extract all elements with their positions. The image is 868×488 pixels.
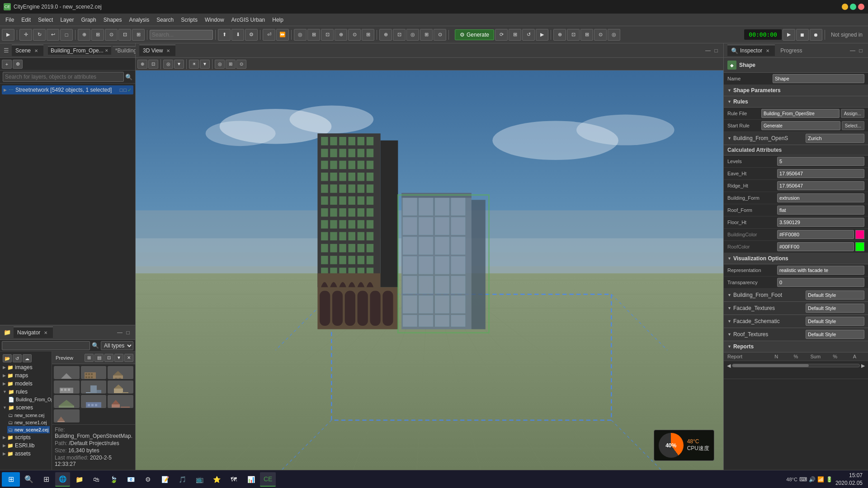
roof-textures-section[interactable]: ▼ Roof_Textures Default Style <box>724 328 868 341</box>
taskbar-apps-btn1[interactable]: 🍃 <box>105 472 122 487</box>
taskbar-apps-btn2[interactable]: 📧 <box>123 472 139 487</box>
preview-item-vancouver[interactable]: Vancouver <box>108 380 133 394</box>
view-nav-btn3[interactable]: ⊙ <box>236 60 246 69</box>
toolbar-gen-btn5[interactable]: ▶ <box>536 29 548 41</box>
building-foot-dropdown[interactable]: Default Style <box>806 291 864 300</box>
view-maximize-btn[interactable]: □ <box>712 47 720 54</box>
inspector-maximize-btn[interactable]: □ <box>857 47 864 54</box>
nav-type-filter[interactable]: All types <box>101 341 133 350</box>
close-btn[interactable] <box>858 4 864 10</box>
inspector-minimize-btn[interactable]: — <box>849 47 856 54</box>
preview-item-zurich[interactable]: Zurich <box>54 395 80 408</box>
preview-close-btn[interactable]: ✕ <box>124 354 133 362</box>
preview-item-default[interactable]: Default <box>54 366 80 379</box>
toolbar-extra-btn3[interactable]: ⊞ <box>580 29 593 41</box>
facade-schematic-dropdown[interactable]: Default Style <box>806 317 864 326</box>
reports-scroll-left[interactable]: ◀ <box>726 362 732 369</box>
select-button[interactable]: Select... <box>842 121 864 130</box>
view-nav-btn1[interactable]: ◎ <box>215 60 225 69</box>
building-foot-section[interactable]: ▼ Building_From_Foot Default Style <box>724 289 868 302</box>
view-cam-btn2[interactable]: ⊡ <box>148 60 158 69</box>
roof-color-input[interactable] <box>777 242 854 251</box>
toolbar-redo-btn[interactable]: □ <box>60 29 73 41</box>
building-tab-1-close[interactable]: ✕ <box>105 48 108 53</box>
taskbar-apps-btn7[interactable]: ⭐ <box>208 472 225 487</box>
progress-tab[interactable]: Progress <box>777 46 806 56</box>
toolbar-search-input[interactable] <box>150 30 213 40</box>
maximize-btn[interactable] <box>850 4 856 10</box>
reports-scroll-track[interactable] <box>732 364 860 367</box>
preview-item-genericsmal2[interactable]: GenericSmal <box>54 380 80 394</box>
minimize-btn[interactable] <box>842 4 848 10</box>
folder-models[interactable]: ▶ 📁 models <box>2 380 50 388</box>
toolbar-grid-btn[interactable]: ⊞ <box>91 29 104 41</box>
toolbar-geo-btn4[interactable]: ⊞ <box>420 29 433 41</box>
nav-refresh-btn[interactable]: ↺ <box>13 354 22 362</box>
scene-toolbar-plus-btn[interactable]: ⊕ <box>13 60 23 69</box>
levels-select[interactable]: 5 <box>777 157 864 166</box>
toolbar-view-btn3[interactable]: ⊡ <box>321 29 334 41</box>
toolbar-rotate-btn[interactable]: ↻ <box>33 29 46 41</box>
folder-maps[interactable]: ▶ 📁 maps <box>2 371 50 380</box>
folder-assets[interactable]: ▶ 📁 assets <box>2 450 50 458</box>
preview-item-newyork[interactable]: NewYork <box>81 380 107 394</box>
menu-shapes[interactable]: Shapes <box>100 15 126 25</box>
generate-button[interactable]: ⚙ Generate <box>455 29 494 40</box>
building-opens-dropdown[interactable]: Zurich NewYork Vancouver <box>806 134 864 143</box>
view-nav-btn2[interactable]: ⊞ <box>226 60 236 69</box>
menu-scripts[interactable]: Scripts <box>177 15 201 25</box>
scene-file-2[interactable]: 🗂 new_scene1.cej <box>7 419 50 426</box>
view-cam-btn1[interactable]: ⊕ <box>137 60 147 69</box>
scene-tree-item-streetnetwork[interactable]: ▶ ⋯ Streetnetwork [5492 objects, 1 selec… <box>2 85 133 94</box>
toolbar-measure-btn[interactable]: ⊙ <box>105 29 118 41</box>
preview-item-wellington[interactable]: Wellington <box>81 395 107 408</box>
toolbar-export-btn[interactable]: ⬇ <box>231 29 244 41</box>
facade-schematic-section[interactable]: ▼ Facade_Schematic Default Style <box>724 315 868 328</box>
preview-item-genericsmal1[interactable]: GenericSmal <box>108 366 133 379</box>
ridge-ht-select[interactable]: 17.950647 <box>777 181 864 190</box>
toolbar-camera-btn[interactable]: ⊡ <box>118 29 131 41</box>
menu-file[interactable]: File <box>2 15 18 25</box>
transparency-select[interactable]: 0 <box>777 278 864 287</box>
building-color-input[interactable] <box>777 230 854 239</box>
eave-ht-select[interactable]: 17.950647 <box>777 169 864 178</box>
facade-textures-section[interactable]: ▼ Facade_Textures Default Style <box>724 302 868 315</box>
reports-section[interactable]: ▼ Reports <box>724 341 868 352</box>
folder-scenes[interactable]: ▼ 📁 scenes <box>2 404 50 412</box>
toolbar-extra-btn4[interactable]: ⊙ <box>594 29 607 41</box>
taskbar-explorer-btn[interactable]: 📁 <box>71 472 87 487</box>
roof-color-swatch[interactable] <box>855 242 864 251</box>
toolbar-view-btn4[interactable]: ⊕ <box>335 29 347 41</box>
preview-filter-btn[interactable]: ▼ <box>114 354 123 362</box>
menu-select[interactable]: Select <box>34 15 57 25</box>
toolbar-geo-btn2[interactable]: ⊡ <box>393 29 406 41</box>
roof-textures-dropdown[interactable]: Default Style <box>806 330 864 339</box>
toolbar-pause-btn[interactable]: ▶ <box>783 29 795 41</box>
inspector-tab-close[interactable]: ✕ <box>764 47 771 54</box>
toolbar-extra-btn5[interactable]: ◎ <box>608 29 620 41</box>
taskbar-cityengine-app[interactable]: CE <box>260 472 276 487</box>
toolbar-view-btn2[interactable]: ⊞ <box>307 29 320 41</box>
menu-edit[interactable]: Edit <box>18 15 34 25</box>
building-tab-1[interactable]: Building_From_Ope... ✕ <box>48 46 111 55</box>
menu-layer[interactable]: Layer <box>57 15 77 25</box>
toolbar-gen-btn2[interactable]: ⟳ <box>495 29 508 41</box>
menu-analysis[interactable]: Analysis <box>125 15 153 25</box>
building-from-opens-section[interactable]: ▼ Building_From_OpenS Zurich NewYork Van… <box>724 132 868 145</box>
toolbar-extra-btn2[interactable]: ⊡ <box>567 29 580 41</box>
sign-in-label[interactable]: Not signed in <box>827 30 866 40</box>
view-canvas[interactable]: 40% 48°C CPU速度 <box>136 70 723 470</box>
nav-minimize-btn[interactable]: — <box>116 329 123 336</box>
roof-form-select[interactable]: flat <box>777 206 864 215</box>
toolbar-extra-btn1[interactable]: ⊕ <box>553 29 566 41</box>
nav-cloud-btn[interactable]: ☁ <box>23 354 32 362</box>
scene-file-3-active[interactable]: 🗂 new_scene2.cej <box>7 426 50 433</box>
folder-rules[interactable]: ▼ 📁 rules <box>2 388 50 396</box>
taskbar-search-btn[interactable]: 🔍 <box>21 472 37 487</box>
view-disp-btn2[interactable]: ▼ <box>200 60 210 69</box>
nav-search-input[interactable] <box>2 341 90 350</box>
preview-item-riomaggiore[interactable]: Riomaggiore <box>54 409 80 422</box>
rule-file-input[interactable] <box>761 109 840 118</box>
view-cam-btn4[interactable]: ▼ <box>174 60 184 69</box>
nav-tab[interactable]: Navigator ✕ <box>14 327 53 338</box>
